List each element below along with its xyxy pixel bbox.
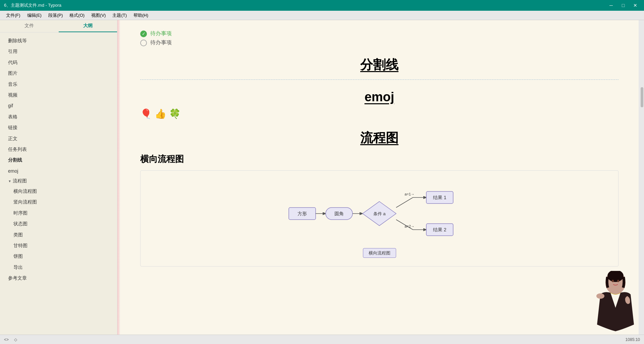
- sidebar-item-gif[interactable]: gif: [0, 100, 117, 111]
- svg-point-21: [612, 280, 614, 282]
- tab-file[interactable]: 文件: [0, 20, 59, 32]
- svg-point-19: [608, 272, 623, 288]
- sidebar-item-甘特图[interactable]: 甘特图: [0, 240, 117, 251]
- titlebar-controls: ─ □ ✕: [606, 2, 640, 9]
- diamond-icon: ◇: [14, 337, 17, 342]
- sidebar-item-状态图[interactable]: 状态图: [0, 218, 117, 229]
- flowchart-container: 方形 圆角 条件 a a=1→ 结果 1: [140, 170, 619, 267]
- flowchart-caption-label: 横向流程图: [363, 248, 396, 258]
- svg-text:方形: 方形: [298, 211, 307, 216]
- close-button[interactable]: ✕: [631, 2, 640, 9]
- sidebar-item-删除线等[interactable]: 删除线等: [0, 35, 117, 46]
- sidebar: 文件 大纲 删除线等 引用 代码 图片 音乐 视频 gif 表格 链接 正文 任…: [0, 20, 117, 344]
- todo-text-1: 待办事项: [150, 30, 172, 37]
- person-svg: [594, 271, 637, 335]
- emoji-row: 🎈 👍 🍀: [140, 108, 619, 119]
- svg-line-8: [396, 197, 413, 208]
- sidebar-item-任务列表[interactable]: 任务列表: [0, 144, 117, 155]
- svg-text:圆角: 圆角: [334, 211, 344, 216]
- sidebar-item-横向流程图[interactable]: 横向流程图: [0, 186, 117, 196]
- svg-point-20: [607, 271, 624, 282]
- flowchart-caption: 横向流程图: [147, 250, 611, 256]
- todo-item-checked: ✓ 待办事项: [140, 30, 619, 37]
- titlebar: 6、主题测试文件.md - Typora ─ □ ✕: [0, 0, 644, 11]
- svg-text:结果 2: 结果 2: [433, 227, 446, 232]
- svg-text:a=2→: a=2→: [405, 224, 415, 228]
- flowchart-svg: 方形 圆角 条件 a a=1→ 结果 1: [285, 184, 473, 244]
- sidebar-nav: 删除线等 引用 代码 图片 音乐 视频 gif 表格 链接 正文 任务列表 分割…: [0, 33, 117, 344]
- sidebar-item-分割线[interactable]: 分割线: [0, 155, 117, 165]
- flowchart-sub-heading: 横向流程图: [140, 153, 619, 165]
- tab-outline[interactable]: 大纲: [59, 20, 117, 32]
- svg-point-22: [617, 280, 619, 282]
- sidebar-item-类图[interactable]: 类图: [0, 229, 117, 240]
- svg-text:结果 1: 结果 1: [433, 195, 446, 200]
- todo-section: ✓ 待办事项 待办事项: [140, 30, 619, 46]
- sidebar-item-导出[interactable]: 导出: [0, 262, 117, 273]
- sidebar-item-图片[interactable]: 图片: [0, 68, 117, 78]
- sidebar-item-流程图[interactable]: ▼ 流程图: [0, 176, 117, 186]
- sidebar-item-参考文章[interactable]: 参考文章: [0, 273, 117, 283]
- scrollbar[interactable]: [639, 20, 644, 344]
- scrollbar-thumb[interactable]: [641, 87, 643, 107]
- divider-heading: 分割线: [140, 56, 619, 73]
- sidebar-item-时序图[interactable]: 时序图: [0, 208, 117, 218]
- sidebar-item-链接[interactable]: 链接: [0, 122, 117, 133]
- flowchart-heading: 流程图: [140, 129, 619, 147]
- person-image: [594, 271, 637, 335]
- sidebar-tabs: 文件 大纲: [0, 20, 117, 33]
- menubar: 文件(F) 编辑(E) 段落(P) 格式(O) 视图(V) 主题(T) 帮助(H…: [0, 11, 644, 20]
- menu-format[interactable]: 格式(O): [66, 12, 88, 19]
- menu-help[interactable]: 帮助(H): [130, 12, 152, 19]
- svg-point-18: [605, 271, 626, 294]
- menu-edit[interactable]: 编辑(E): [24, 12, 45, 19]
- sidebar-item-正文[interactable]: 正文: [0, 133, 117, 144]
- main-layout: 文件 大纲 删除线等 引用 代码 图片 音乐 视频 gif 表格 链接 正文 任…: [0, 20, 644, 344]
- todo-item-unchecked: 待办事项: [140, 39, 619, 46]
- sidebar-item-引用[interactable]: 引用: [0, 46, 117, 57]
- horizontal-rule: [140, 79, 619, 80]
- todo-text-2: 待办事项: [150, 39, 172, 46]
- emoji-2: 👍: [155, 108, 166, 119]
- checkbox-unchecked-icon: [140, 40, 147, 46]
- sidebar-item-emoj[interactable]: emoj: [0, 166, 117, 176]
- bottom-bar: <> ◇ 1085:10: [0, 335, 644, 344]
- emoji-3: 🍀: [169, 108, 181, 119]
- menu-view[interactable]: 视图(V): [88, 12, 109, 19]
- sidebar-item-视频[interactable]: 视频: [0, 90, 117, 100]
- titlebar-title: 6、主题测试文件.md - Typora: [4, 2, 61, 8]
- flowchart-svg-area: 方形 圆角 条件 a a=1→ 结果 1: [147, 181, 611, 248]
- collapse-arrow-icon: ▼: [8, 179, 11, 183]
- sidebar-item-饼图[interactable]: 饼图: [0, 251, 117, 262]
- sidebar-item-表格[interactable]: 表格: [0, 111, 117, 122]
- bottom-bar-left: <> ◇: [4, 337, 17, 342]
- left-border: [117, 20, 120, 344]
- sidebar-group-label-流程图: 流程图: [13, 178, 27, 184]
- emoji-heading: emoj: [140, 90, 619, 104]
- sidebar-item-代码[interactable]: 代码: [0, 57, 117, 68]
- menu-file[interactable]: 文件(F): [3, 12, 24, 19]
- svg-text:a=1→: a=1→: [405, 192, 415, 196]
- menu-theme[interactable]: 主题(T): [109, 12, 130, 19]
- titlebar-left: 6、主题测试文件.md - Typora: [4, 2, 61, 8]
- content-area[interactable]: ✓ 待办事项 待办事项 分割线 emoj 🎈 👍 🍀 流程图 横向流程图: [120, 20, 639, 344]
- bottom-bar-right: 1085:10: [626, 337, 640, 342]
- source-mode-icon[interactable]: <>: [4, 337, 9, 342]
- sidebar-item-竖向流程图[interactable]: 竖向流程图: [0, 196, 117, 207]
- sidebar-item-音乐[interactable]: 音乐: [0, 79, 117, 90]
- checkbox-checked-icon: ✓: [140, 31, 147, 37]
- menu-paragraph[interactable]: 段落(P): [45, 12, 66, 19]
- emoji-1: 🎈: [140, 108, 152, 119]
- maximize-button[interactable]: □: [619, 2, 628, 9]
- minimize-button[interactable]: ─: [606, 2, 616, 9]
- svg-text:条件 a: 条件 a: [373, 211, 386, 216]
- svg-point-23: [596, 293, 604, 299]
- cursor-position: 1085:10: [626, 337, 640, 342]
